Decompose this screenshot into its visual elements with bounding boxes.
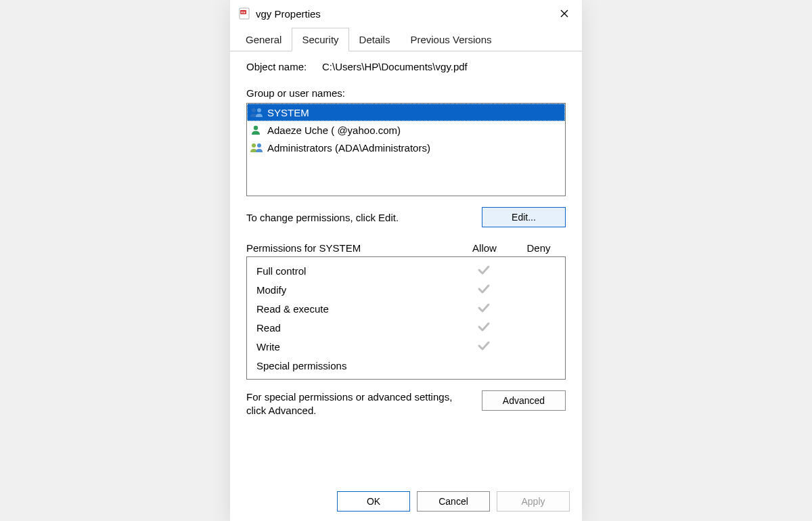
svg-point-4 bbox=[257, 108, 261, 112]
object-name-label: Object name: bbox=[246, 61, 322, 72]
security-panel: Object name: C:\Users\HP\Documents\vgy.p… bbox=[230, 51, 582, 484]
advanced-row: For special permissions or advanced sett… bbox=[246, 390, 566, 418]
tab-general[interactable]: General bbox=[235, 28, 292, 51]
svg-point-3 bbox=[252, 108, 256, 112]
properties-dialog: PDF vgy Properties General Security Deta… bbox=[230, 0, 582, 521]
user-item-administrators[interactable]: Administrators (ADA\Administrators) bbox=[247, 139, 565, 156]
user-listbox[interactable]: SYSTEM Adaeze Uche ( @yahoo.com) bbox=[246, 103, 566, 196]
dialog-footer: OK Cancel Apply bbox=[230, 484, 582, 521]
tab-previous-versions[interactable]: Previous Versions bbox=[400, 28, 501, 51]
perm-row: Read & execute bbox=[247, 299, 565, 318]
close-button[interactable] bbox=[552, 3, 577, 24]
user-item-label: SYSTEM bbox=[267, 107, 309, 118]
user-item-label: Administrators (ADA\Administrators) bbox=[267, 142, 430, 154]
edit-row: To change permissions, click Edit. Edit.… bbox=[246, 207, 566, 227]
perm-row: Modify bbox=[247, 280, 565, 299]
edit-hint: To change permissions, click Edit. bbox=[246, 212, 399, 223]
permissions-header: Permissions for SYSTEM Allow Deny bbox=[246, 242, 566, 254]
perm-name: Modify bbox=[256, 284, 457, 296]
svg-point-5 bbox=[254, 126, 258, 130]
advanced-button[interactable]: Advanced bbox=[482, 390, 566, 411]
perm-row: Write bbox=[247, 337, 565, 356]
group-label: Group or user names: bbox=[246, 87, 566, 99]
permissions-title: Permissions for SYSTEM bbox=[246, 242, 457, 254]
edit-button[interactable]: Edit... bbox=[482, 207, 566, 227]
apply-button[interactable]: Apply bbox=[497, 491, 570, 512]
column-allow: Allow bbox=[457, 242, 512, 254]
perm-name: Full control bbox=[256, 265, 457, 277]
check-icon bbox=[457, 321, 511, 334]
perm-name: Read & execute bbox=[256, 303, 457, 315]
cancel-button[interactable]: Cancel bbox=[417, 491, 490, 512]
object-name-row: Object name: C:\Users\HP\Documents\vgy.p… bbox=[246, 61, 566, 72]
user-item-system[interactable]: SYSTEM bbox=[247, 104, 565, 121]
check-icon bbox=[457, 340, 511, 353]
check-icon bbox=[457, 265, 511, 277]
tab-strip: General Security Details Previous Versio… bbox=[230, 27, 582, 51]
perm-name: Write bbox=[256, 341, 457, 353]
user-item-label: Adaeze Uche ( @yahoo.com) bbox=[267, 124, 401, 136]
check-icon bbox=[457, 284, 511, 296]
column-deny: Deny bbox=[512, 242, 566, 254]
ok-button[interactable]: OK bbox=[337, 491, 410, 512]
check-icon bbox=[457, 302, 511, 315]
permissions-table: Full control Modify Read & execute Read bbox=[246, 256, 566, 380]
perm-row: Special permissions bbox=[247, 356, 565, 375]
svg-text:PDF: PDF bbox=[240, 11, 246, 14]
svg-point-7 bbox=[257, 143, 261, 148]
perm-row: Full control bbox=[247, 261, 565, 280]
object-name-value: C:\Users\HP\Documents\vgy.pdf bbox=[322, 61, 468, 72]
titlebar: PDF vgy Properties bbox=[230, 0, 582, 27]
two-user-icon bbox=[250, 107, 263, 118]
perm-name: Read bbox=[256, 322, 457, 334]
window-title: vgy Properties bbox=[256, 8, 552, 20]
two-user-icon bbox=[250, 142, 263, 153]
svg-point-6 bbox=[252, 143, 256, 148]
tab-details[interactable]: Details bbox=[349, 28, 401, 51]
single-user-icon bbox=[250, 124, 263, 135]
user-item-adaeze[interactable]: Adaeze Uche ( @yahoo.com) bbox=[247, 121, 565, 139]
advanced-hint: For special permissions or advanced sett… bbox=[246, 390, 471, 418]
pdf-file-icon: PDF bbox=[238, 7, 250, 20]
tab-security[interactable]: Security bbox=[292, 28, 348, 51]
perm-name: Special permissions bbox=[256, 360, 457, 371]
perm-row: Read bbox=[247, 318, 565, 337]
